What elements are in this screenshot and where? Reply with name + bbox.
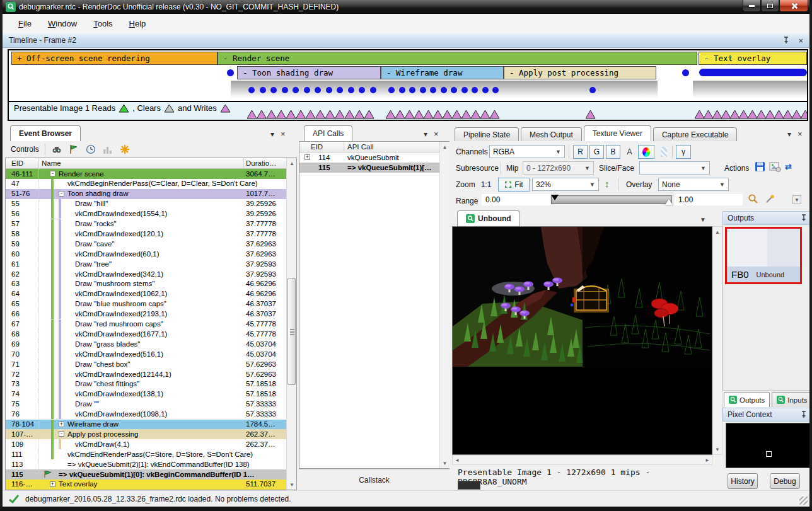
- table-row[interactable]: 78-104+Wireframe draw1784.5…: [6, 420, 286, 430]
- range-min-field[interactable]: 0.00: [482, 194, 550, 205]
- table-row[interactable]: 67Draw "red mushroom caps"45.77778: [6, 319, 286, 330]
- zoom-combo[interactable]: 32%▼: [532, 178, 599, 191]
- column-api-call[interactable]: API Call: [347, 143, 374, 151]
- resize-grip[interactable]: [799, 497, 808, 505]
- range-max-field[interactable]: 1.00: [675, 194, 743, 205]
- draw-event-dot[interactable]: [260, 87, 266, 93]
- tab-api-calls[interactable]: API Calls: [304, 125, 352, 141]
- scrollbar-thumb[interactable]: [287, 278, 296, 385]
- usage-triangle-markers[interactable]: [9, 102, 807, 120]
- draw-event-dot[interactable]: [270, 87, 277, 93]
- timeline-resource-usage-strip[interactable]: Presentable Image 1 Reads , Clears and W…: [8, 102, 808, 121]
- menu-window[interactable]: Window: [41, 16, 84, 31]
- timeline-bar-toon[interactable]: - Toon shading draw: [237, 66, 381, 79]
- table-row[interactable]: 60vkCmdDrawIndexed(60,1)37.62963: [6, 249, 286, 259]
- scroll-up-icon[interactable]: ▲: [440, 142, 450, 152]
- table-row[interactable]: 111vkCmdEndRenderPass(C=Store, D=Store, …: [6, 449, 286, 459]
- draw-event-dot[interactable]: [388, 87, 395, 93]
- table-row[interactable]: 55Draw "hill"39.25926: [6, 199, 286, 209]
- dock-menu-icon[interactable]: ▾: [270, 130, 274, 139]
- timeline-bar-wireframe[interactable]: - Wireframe draw: [381, 66, 504, 79]
- scroll-down-icon[interactable]: ▼: [440, 458, 450, 468]
- table-row[interactable]: 58vkCmdDrawIndexed(120,1)37.77778: [6, 229, 286, 239]
- draw-event-dot[interactable]: [409, 87, 415, 93]
- table-row[interactable]: 65Draw "blue mushroom caps"46.37037: [6, 299, 286, 309]
- tab-texture-viewer[interactable]: Texture Viewer: [584, 125, 651, 141]
- table-row[interactable]: 74vkCmdDrawIndexed(138,1)57.18518: [6, 389, 286, 399]
- draw-event-dot[interactable]: [399, 87, 405, 93]
- table-row[interactable]: 62vkCmdDrawIndexed(342,1)37.92593: [6, 269, 286, 279]
- range-white-point-handle[interactable]: [665, 199, 673, 205]
- timeline-bar-text-overlay[interactable]: - Text overlay: [699, 52, 807, 65]
- channels-combo[interactable]: RGBA▼: [489, 145, 565, 158]
- table-row[interactable]: 59Draw "cave"37.62963: [6, 239, 286, 249]
- title-bar[interactable]: debugmarker.rdc - RenderDoc Unofficial r…: [0, 0, 812, 14]
- callstack-section[interactable]: Callstack: [299, 469, 450, 490]
- texture-display-canvas[interactable]: [452, 226, 712, 455]
- column-name[interactable]: Name: [42, 159, 61, 167]
- scroll-up-icon[interactable]: ▲: [713, 227, 722, 237]
- export-image-icon[interactable]: [769, 161, 781, 175]
- draw-event-dot[interactable]: [430, 87, 436, 93]
- scroll-up-icon[interactable]: ▲: [287, 158, 297, 168]
- pin-icon[interactable]: [783, 37, 789, 44]
- draw-event-dot[interactable]: [359, 87, 365, 93]
- dock-menu-icon[interactable]: ▾: [424, 130, 427, 139]
- close-button[interactable]: [779, 0, 808, 12]
- tab-inputs[interactable]: Inputs: [772, 392, 812, 407]
- draw-event-dot[interactable]: [441, 87, 447, 93]
- pixel-context-canvas[interactable]: [726, 423, 811, 468]
- table-row[interactable]: 75Draw ""57.33333: [6, 399, 286, 410]
- write-marker-triangles[interactable]: [247, 110, 385, 119]
- draw-event-dot[interactable]: [348, 87, 354, 93]
- draw-event-dot[interactable]: [370, 87, 376, 93]
- channel-green-toggle[interactable]: G: [589, 145, 604, 159]
- tab-mesh-output[interactable]: Mesh Output: [521, 127, 582, 141]
- table-row[interactable]: 51-76-Toon shading draw1017.7…: [6, 189, 286, 199]
- table-row[interactable]: 61Draw "tree"37.92593: [6, 259, 286, 269]
- api-calls-scrollbar[interactable]: ▲ ▼: [439, 142, 450, 468]
- table-row[interactable]: 73Draw "chest fittings"57.18518: [6, 379, 286, 389]
- table-row[interactable]: 76vkCmdDrawIndexed(1098,1)57.33333: [6, 410, 286, 420]
- slice-face-combo[interactable]: ▼: [639, 161, 710, 175]
- table-row[interactable]: 113=> vkQueueSubmit(2)[1]: vkEndCommandB…: [6, 459, 286, 469]
- write-marker-triangles[interactable]: [586, 110, 605, 119]
- table-row[interactable]: 69Draw "grass blades"45.03704: [6, 339, 286, 349]
- scroll-down-icon[interactable]: ▼: [287, 479, 297, 490]
- draw-event-dot[interactable]: [337, 87, 343, 93]
- highlight-star-icon[interactable]: [119, 144, 130, 155]
- maximize-button[interactable]: [761, 0, 779, 12]
- column-duration[interactable]: Duratio…: [246, 159, 277, 167]
- scroll-down-icon[interactable]: ▼: [713, 444, 722, 454]
- table-row[interactable]: 66vkCmdDrawIndexed(2193,1)46.37037: [6, 309, 286, 319]
- draw-event-dot[interactable]: [315, 87, 321, 93]
- draw-event-dot[interactable]: [589, 87, 596, 93]
- draw-event-dot[interactable]: [282, 87, 288, 93]
- table-row[interactable]: 115=> vkQueueSubmit(1)[0]: vkBeginComman…: [6, 469, 286, 479]
- table-row[interactable]: 56vkCmdDrawIndexed(1554,1)39.25926: [6, 209, 286, 219]
- table-row[interactable]: 71Draw "chest box"57.62963: [6, 359, 286, 369]
- zoom-1to1-button[interactable]: 1:1: [477, 178, 496, 192]
- range-black-point-handle[interactable]: [551, 195, 559, 200]
- zoom-fit-button[interactable]: Fit: [498, 178, 530, 192]
- minimize-button[interactable]: [743, 0, 761, 12]
- pin-icon[interactable]: [801, 411, 807, 418]
- texture-hscrollbar[interactable]: ◄ ►: [452, 455, 712, 465]
- tab-outputs[interactable]: Outputs: [724, 392, 770, 407]
- column-eid[interactable]: EID: [11, 159, 23, 167]
- table-row[interactable]: 64vkCmdDrawIndexed(1062,1)46.96296: [6, 289, 286, 299]
- timer-clock-icon[interactable]: [85, 144, 96, 155]
- gamma-button[interactable]: γ: [676, 145, 691, 159]
- table-row[interactable]: 57Draw "rocks"37.77778: [6, 219, 286, 229]
- channel-red-toggle[interactable]: R: [573, 145, 588, 159]
- zoom-range-icon[interactable]: [748, 193, 759, 207]
- draw-event-dot[interactable]: [451, 87, 457, 93]
- dock-menu-icon[interactable]: ▾: [787, 130, 791, 139]
- menu-file[interactable]: File: [11, 16, 38, 31]
- expand-icon[interactable]: +: [59, 422, 64, 427]
- save-icon[interactable]: [755, 161, 766, 175]
- timeline-close-icon[interactable]: ×: [798, 36, 803, 45]
- column-eid[interactable]: EID: [311, 143, 323, 151]
- tab-capture-executable[interactable]: Capture Executable: [653, 127, 737, 141]
- api-calls-table[interactable]: EID API Call +114vkQueueSubmit115=> vkQu…: [299, 141, 450, 469]
